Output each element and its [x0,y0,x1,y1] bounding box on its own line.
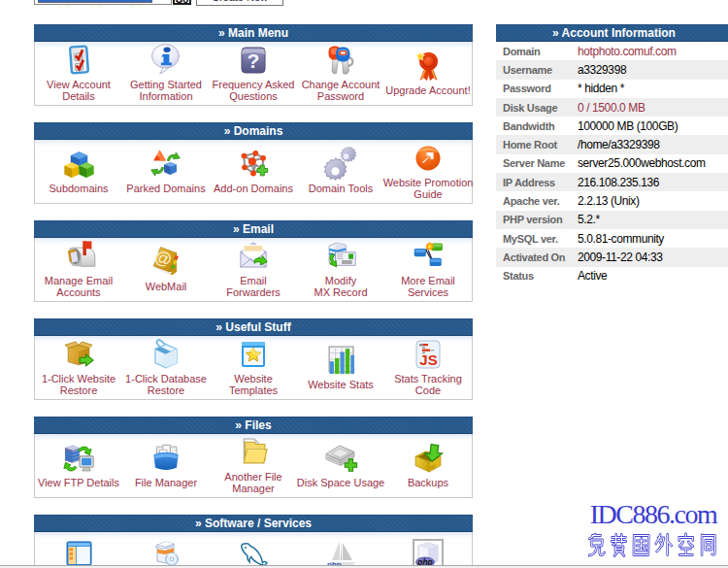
svg-text:?: ? [248,50,260,72]
svg-text:JS: JS [419,351,437,368]
